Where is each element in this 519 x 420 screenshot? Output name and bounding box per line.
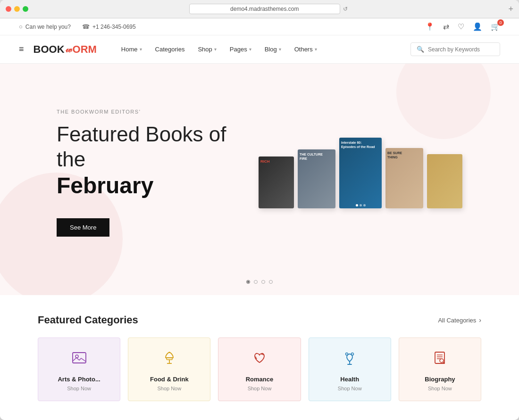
arrow-right-icon: › (479, 316, 481, 324)
hamburger-menu[interactable]: ≡ (19, 44, 24, 54)
nav-links: Home ▾ Categories Shop ▾ Pages ▾ Blog ▾ (116, 42, 410, 57)
help-item: ○ Can we help you? (19, 23, 71, 30)
category-card-food[interactable]: Food & Drink Shop Now (128, 338, 210, 401)
slider-dot-2[interactable] (254, 280, 258, 284)
top-bar-right: 📍 ⇄ ♡ 👤 🛒 0 (425, 22, 500, 31)
phone-number: +1 246-345-0695 (92, 24, 136, 30)
search-bar: 🔍 (410, 42, 500, 56)
section-header: Featured Categories All Categories › (38, 314, 481, 326)
nav-item-blog[interactable]: Blog ▾ (259, 42, 287, 57)
dot-yellow[interactable] (14, 6, 20, 12)
nav-item-categories[interactable]: Categories (150, 42, 191, 57)
help-text: Can we help you? (25, 24, 71, 30)
search-icon: 🔍 (417, 46, 424, 53)
logo-text-worm: ORM (73, 43, 97, 56)
svg-point-1 (75, 355, 78, 358)
health-shop: Shop Now (338, 386, 362, 391)
book-4-label: BE SURETHING (385, 148, 423, 162)
help-circle-icon: ○ (19, 23, 23, 30)
arts-photo-shop: Shop Now (67, 386, 91, 391)
top-bar: ○ Can we help you? ☎ +1 246-345-0695 📍 ⇄… (0, 18, 519, 35)
book-2-label: THE CULTUREFIRE (298, 149, 335, 164)
svg-point-7 (346, 353, 348, 355)
biography-icon (431, 349, 448, 370)
svg-rect-2 (167, 358, 172, 360)
arts-photo-icon (71, 349, 88, 370)
section-title: Featured Categories (38, 314, 138, 326)
book-dot-2 (360, 204, 362, 206)
search-input[interactable] (428, 46, 494, 53)
book-1-label: RICH (259, 156, 294, 167)
book-dot-1 (356, 204, 358, 206)
hero-text: THE BOOKWORM EDITORS' Featured Books of … (57, 109, 259, 236)
chevron-down-icon: ▾ (315, 47, 317, 52)
categories-section: Featured Categories All Categories › (0, 295, 519, 420)
category-card-biography[interactable]: Biography Shop Now (399, 338, 481, 401)
food-drink-name: Food & Drink (150, 376, 189, 383)
account-icon[interactable]: 👤 (473, 22, 482, 31)
cart-icon[interactable]: 🛒 0 (491, 22, 500, 31)
browser-dots (6, 6, 28, 12)
biography-shop: Shop Now (428, 386, 452, 391)
chevron-down-icon: ▾ (140, 47, 142, 52)
svg-rect-0 (73, 353, 86, 363)
book-1: RICH (259, 156, 294, 208)
nav-item-shop[interactable]: Shop ▾ (192, 42, 222, 57)
top-bar-left: ○ Can we help you? ☎ +1 246-345-0695 (19, 23, 136, 30)
categories-grid: Arts & Photo... Shop Now Food & Drink Sh… (38, 338, 481, 401)
refresh-icon[interactable]: ↺ (343, 6, 348, 12)
url-input[interactable]: demo4.madrasthemes.com (189, 4, 340, 14)
book-4: BE SURETHING (385, 148, 423, 208)
all-categories-label: All Categories (438, 317, 476, 324)
cart-badge: 0 (497, 19, 504, 26)
arts-photo-name: Arts & Photo... (58, 376, 100, 383)
svg-point-8 (352, 353, 354, 355)
hero-cta-button[interactable]: See More (57, 218, 109, 237)
category-card-health[interactable]: Health Shop Now (309, 338, 391, 401)
book-3-label: Interstate 60:Episodes of the Road (339, 138, 382, 152)
book-dots (339, 202, 382, 208)
nav-item-pages[interactable]: Pages ▾ (224, 42, 257, 57)
main-navigation: ≡ BOOK 𝓌 ORM Home ▾ Categories Shop ▾ (0, 35, 519, 64)
hero-title: Featured Books of the February (57, 122, 259, 199)
location-icon[interactable]: 📍 (425, 22, 435, 31)
hero-subtitle: THE BOOKWORM EDITORS' (57, 109, 259, 115)
book-dot-3 (363, 204, 366, 206)
food-drink-icon (161, 349, 178, 370)
hero-books: RICH THE CULTUREFIRE Interstate 60:Episo… (259, 138, 462, 208)
category-card-romance[interactable]: Romance Shop Now (218, 338, 301, 401)
biography-name: Biography (425, 376, 455, 383)
dot-red[interactable] (6, 6, 11, 12)
compare-icon[interactable]: ⇄ (443, 22, 449, 31)
health-name: Health (340, 376, 359, 383)
health-icon (341, 349, 358, 370)
site-logo[interactable]: BOOK 𝓌 ORM (33, 43, 97, 56)
all-categories-link[interactable]: All Categories › (438, 316, 481, 324)
hero-section: THE BOOKWORM EDITORS' Featured Books of … (0, 64, 519, 295)
nav-label-shop: Shop (198, 46, 212, 53)
hero-title-line2: February (57, 173, 153, 198)
nav-item-home[interactable]: Home ▾ (116, 42, 148, 57)
slider-dot-3[interactable] (261, 280, 265, 284)
chevron-down-icon: ▾ (214, 47, 217, 52)
slider-dot-4[interactable] (269, 280, 273, 284)
logo-text-book: BOOK (33, 43, 65, 56)
nav-item-others[interactable]: Others ▾ (289, 42, 323, 57)
nav-label-home: Home (121, 46, 138, 53)
romance-name: Romance (246, 376, 274, 383)
slider-dot-1[interactable] (246, 280, 250, 284)
nav-label-pages: Pages (230, 46, 247, 53)
chevron-down-icon: ▾ (279, 47, 281, 52)
category-card-arts[interactable]: Arts & Photo... Shop Now (38, 338, 120, 401)
hero-content: THE BOOKWORM EDITORS' Featured Books of … (0, 64, 519, 272)
nav-label-blog: Blog (265, 46, 277, 53)
new-tab-button[interactable]: + (508, 4, 513, 14)
dot-green[interactable] (23, 6, 28, 12)
wishlist-icon[interactable]: ♡ (458, 22, 464, 31)
browser-chrome: demo4.madrasthemes.com ↺ + (0, 0, 519, 18)
romance-icon (251, 349, 268, 370)
book-2: THE CULTUREFIRE (298, 149, 335, 208)
phone-icon: ☎ (82, 23, 90, 30)
browser-url-bar: demo4.madrasthemes.com ↺ (32, 4, 504, 14)
logo-worm-icon: 𝓌 (66, 44, 72, 55)
